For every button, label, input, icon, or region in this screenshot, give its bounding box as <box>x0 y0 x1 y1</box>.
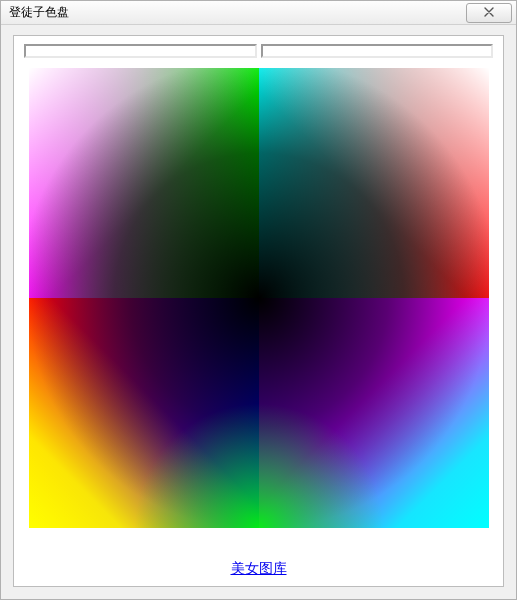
footer-link-row: 美女图库 <box>24 556 493 580</box>
color-field-right[interactable] <box>261 44 494 58</box>
svg-rect-8 <box>29 68 259 298</box>
palette-quadrant-br <box>259 298 489 528</box>
palette-quadrant-tl-render <box>29 68 259 298</box>
titlebar: 登徒子色盘 <box>1 1 516 25</box>
close-button[interactable] <box>466 3 512 23</box>
palette-container <box>24 68 493 556</box>
close-icon <box>484 6 494 20</box>
svg-rect-19 <box>259 298 489 528</box>
app-window: 登徒子色盘 <box>0 0 517 600</box>
input-row <box>24 44 493 60</box>
color-field-left[interactable] <box>24 44 257 58</box>
client-area: 美女图库 <box>13 35 504 587</box>
palette-quadrant-bl <box>29 298 259 528</box>
palette-quadrant-tr <box>259 68 489 298</box>
gallery-link[interactable]: 美女图库 <box>231 560 287 576</box>
svg-rect-11 <box>259 68 489 298</box>
svg-rect-15 <box>29 298 259 528</box>
window-title: 登徒子色盘 <box>9 4 69 21</box>
color-palette[interactable] <box>29 68 489 528</box>
